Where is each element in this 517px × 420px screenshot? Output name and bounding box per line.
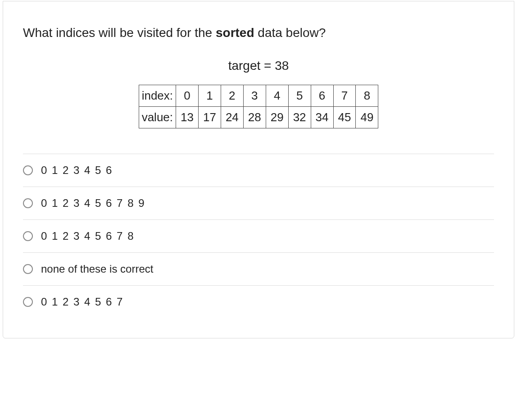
question-text: What indices will be visited for the sor…: [23, 24, 494, 41]
target-line: target = 38: [23, 59, 494, 73]
value-cell: 34: [311, 107, 333, 128]
index-label: index:: [139, 85, 176, 107]
radio-icon: [23, 198, 33, 208]
value-label: value:: [139, 107, 176, 128]
value-row: value: 13 17 24 28 29 32 34 45 49: [139, 107, 378, 128]
index-cell: 2: [221, 85, 243, 107]
radio-icon: [23, 231, 33, 241]
option-label: 0 1 2 3 4 5 6: [41, 164, 113, 177]
radio-icon: [23, 297, 33, 307]
index-cell: 3: [243, 85, 266, 107]
value-cell: 29: [266, 107, 288, 128]
value-cell: 45: [333, 107, 356, 128]
question-suffix: data below?: [254, 26, 326, 40]
option-4[interactable]: 0 1 2 3 4 5 6 7: [23, 286, 494, 318]
index-row: index: 0 1 2 3 4 5 6 7 8: [139, 85, 378, 107]
radio-icon: [23, 165, 33, 175]
value-cell: 32: [288, 107, 311, 128]
index-cell: 1: [198, 85, 221, 107]
option-label: none of these is correct: [41, 263, 153, 275]
radio-icon: [23, 264, 33, 274]
question-prefix: What indices will be visited for the: [23, 26, 216, 40]
index-cell: 4: [266, 85, 288, 107]
option-label: 0 1 2 3 4 5 6 7: [41, 296, 123, 308]
option-label: 0 1 2 3 4 5 6 7 8: [41, 230, 134, 242]
option-2[interactable]: 0 1 2 3 4 5 6 7 8: [23, 220, 494, 253]
option-1[interactable]: 0 1 2 3 4 5 6 7 8 9: [23, 187, 494, 220]
value-cell: 49: [356, 107, 378, 128]
index-cell: 7: [333, 85, 356, 107]
value-cell: 28: [243, 107, 266, 128]
question-bold: sorted: [216, 26, 254, 40]
option-0[interactable]: 0 1 2 3 4 5 6: [23, 154, 494, 187]
index-cell: 8: [356, 85, 378, 107]
option-label: 0 1 2 3 4 5 6 7 8 9: [41, 197, 145, 210]
index-cell: 0: [176, 85, 199, 107]
value-cell: 17: [198, 107, 221, 128]
index-cell: 5: [288, 85, 311, 107]
options-list: 0 1 2 3 4 5 6 0 1 2 3 4 5 6 7 8 9 0 1 2 …: [23, 154, 494, 318]
value-cell: 24: [221, 107, 243, 128]
index-cell: 6: [311, 85, 333, 107]
question-card: What indices will be visited for the sor…: [3, 1, 514, 338]
option-3[interactable]: none of these is correct: [23, 253, 494, 286]
value-cell: 13: [176, 107, 199, 128]
data-table: index: 0 1 2 3 4 5 6 7 8 value: 13 17 24…: [139, 85, 379, 128]
